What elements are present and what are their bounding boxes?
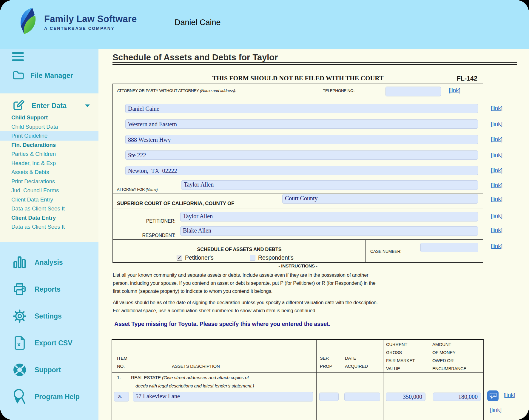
link-text[interactable]: [link] xyxy=(491,136,502,142)
sidebar-menu-item[interactable]: Data as Client Sees It xyxy=(0,204,98,213)
analysis-label: Analysis xyxy=(35,259,63,267)
instructions-paragraph-2: All values should be as of the date of s… xyxy=(113,299,383,315)
link-text[interactable]: [link] xyxy=(491,243,502,249)
telephone-input[interactable] xyxy=(385,87,441,96)
sidebar-menu-item[interactable]: Child Support Data xyxy=(0,122,98,132)
row-a-sep-prop-input[interactable] xyxy=(319,393,339,401)
sidebar-menu-item[interactable]: Assets & Debts xyxy=(0,168,98,177)
hamburger-menu-icon[interactable] xyxy=(12,52,24,63)
attorney-address-input[interactable]: Ste 222 xyxy=(125,150,478,160)
fl142-form-header-box: ATTORNEY OR PARTY WITHOUT ATTORNEY (Name… xyxy=(112,84,483,263)
sidebar-menu-item-label: Assets & Debts xyxy=(11,169,49,175)
sidebar-menu-item[interactable]: Client Data Entry xyxy=(0,213,98,223)
speech-bubble-icon xyxy=(489,393,496,399)
col-header-sep-prop: SEP.PROP xyxy=(320,354,332,370)
field-link[interactable]: [link] xyxy=(491,121,502,127)
field-link[interactable]: [link] xyxy=(491,105,502,112)
chevron-down-icon xyxy=(85,104,90,107)
sidebar-menu-item[interactable]: Data as Client Sees It xyxy=(0,222,98,232)
comment-button[interactable] xyxy=(487,390,499,401)
link-text[interactable]: [link] xyxy=(491,227,502,233)
sidebar-item-settings[interactable]: Settings xyxy=(12,309,98,324)
link-text[interactable]: [link] xyxy=(491,152,502,158)
sidebar-menu-item-label: Print Guideline xyxy=(11,133,47,139)
sidebar-menu-item[interactable]: Header, Inc & Exp xyxy=(0,159,98,168)
sidebar-menu-item-label: Jud. Council Forms xyxy=(11,187,59,193)
col-header-date-acquired: DATEACQUIRED xyxy=(345,354,368,370)
row-1-number: 1. xyxy=(117,375,121,380)
col-header-item: ITEMNO. xyxy=(117,354,127,370)
field-link[interactable]: [link] xyxy=(491,167,502,174)
field-link[interactable]: [link] xyxy=(491,243,502,250)
telephone-link[interactable]: [link] xyxy=(449,87,460,94)
sidebar-menu-item[interactable]: Client Data Entry xyxy=(0,195,98,204)
attorney-address-input[interactable]: Newton, TX 02222 xyxy=(125,166,478,175)
link-text[interactable]: [link] xyxy=(491,213,502,219)
app-header: Family Law Software A CENTERBASE COMPANY… xyxy=(0,0,529,49)
field-link[interactable]: [link] xyxy=(491,227,502,233)
respondents-checkbox[interactable] xyxy=(250,255,255,261)
link-text[interactable]: [link] xyxy=(491,167,502,173)
field-link[interactable]: [link] xyxy=(491,152,502,158)
page-title: Schedule of Assets and Debts for Taylor xyxy=(112,53,278,62)
county-input[interactable]: Court County xyxy=(282,194,478,204)
sidebar-menu-item[interactable]: Fin. Declarations xyxy=(0,141,98,150)
col-header-amount-owed: AMOUNTOF MONEY OWED ORENCUMBRANCE xyxy=(432,340,466,373)
instructions-paragraph-1: List all your known community and separa… xyxy=(113,271,383,295)
next-row-link[interactable]: [link] xyxy=(490,407,502,413)
sidebar-menu-item-label: Child Support Data xyxy=(11,124,58,130)
attorney-for-label: ATTORNEY FOR (Name): xyxy=(117,187,158,192)
sidebar-item-file-manager[interactable]: File Manager xyxy=(13,70,73,81)
settings-label: Settings xyxy=(35,312,62,320)
row-a-date-acquired-input[interactable] xyxy=(344,393,380,401)
csv-file-icon: x xyxy=(12,336,27,350)
row-a-amount-owed-input[interactable]: 180,000 xyxy=(433,393,481,401)
field-link[interactable]: [link] xyxy=(491,213,502,219)
link-text[interactable]: [link] xyxy=(490,407,502,413)
sidebar-menu-item[interactable]: Parties & Children xyxy=(0,150,98,159)
sidebar-item-support[interactable]: Support xyxy=(12,362,98,377)
section-divider xyxy=(113,193,483,193)
row-a-link[interactable]: [link] xyxy=(504,392,515,399)
case-number-input[interactable] xyxy=(420,243,478,252)
sidebar-menu-item[interactable]: Print Declarations xyxy=(0,177,98,186)
export-csv-label: Export CSV xyxy=(35,339,73,347)
sidebar-item-export-csv[interactable]: x Export CSV xyxy=(12,336,98,350)
field-link[interactable]: [link] xyxy=(491,182,502,189)
link-text[interactable]: [link] xyxy=(491,182,502,188)
sidebar-menu-item[interactable]: Print Guideline xyxy=(0,131,98,141)
sidebar-menu-item-label: Data as Client Sees It xyxy=(11,224,65,230)
respondent-label: RESPONDENT: xyxy=(113,233,175,238)
link-text[interactable]: [link] xyxy=(491,121,502,127)
petitioners-checkbox[interactable]: ✓ xyxy=(177,255,182,261)
sidebar-item-reports[interactable]: Reports xyxy=(12,282,98,297)
link-text[interactable]: [link] xyxy=(504,392,515,398)
sidebar-menu-item-label: Data as Client Sees It xyxy=(11,205,65,212)
attorney-address-input[interactable]: Daniel Caine xyxy=(125,104,478,113)
link-text[interactable]: [link] xyxy=(491,105,502,111)
sidebar-item-program-help[interactable]: Program Help xyxy=(12,389,98,404)
sidebar-menu-item[interactable]: Jud. Council Forms xyxy=(0,186,98,195)
petitioner-label: PETITIONER: xyxy=(113,219,175,224)
sidebar-item-analysis[interactable]: Analysis xyxy=(12,255,98,270)
assets-table: ITEMNO. ASSETS DESCRIPTION SEP.PROP DATE… xyxy=(112,339,484,420)
sidebar-menu-item[interactable]: Child Support xyxy=(0,113,98,122)
sidebar-enter-data-section: Enter Data Child Support Child Support D… xyxy=(0,93,98,242)
sidebar-menu-item-label: Fin. Declarations xyxy=(11,142,56,148)
row-1-description: REAL ESTATE (Give street addresses and a… xyxy=(131,375,249,380)
respondent-input[interactable]: Blake Allen xyxy=(180,226,478,236)
attorney-address-input[interactable]: 888 Western Hwy xyxy=(125,135,478,144)
link-text[interactable]: [link] xyxy=(491,196,502,202)
field-link[interactable]: [link] xyxy=(491,136,502,143)
sidebar-item-enter-data[interactable]: Enter Data xyxy=(13,99,90,113)
svg-text:x: x xyxy=(17,341,21,347)
support-label: Support xyxy=(35,366,61,374)
row-a-fair-market-value-input[interactable]: 350,000 xyxy=(386,393,425,401)
petitioner-input[interactable]: Taylor Allen xyxy=(180,212,478,221)
field-link[interactable]: [link] xyxy=(491,196,502,202)
form-number: FL-142 xyxy=(448,75,477,82)
attorney-for-input[interactable]: Taylor Allen xyxy=(181,180,478,190)
folder-icon xyxy=(13,70,24,81)
attorney-address-input[interactable]: Western and Eastern xyxy=(125,119,478,129)
row-a-description-input[interactable]: 57 Lakeview Lane xyxy=(133,392,313,401)
